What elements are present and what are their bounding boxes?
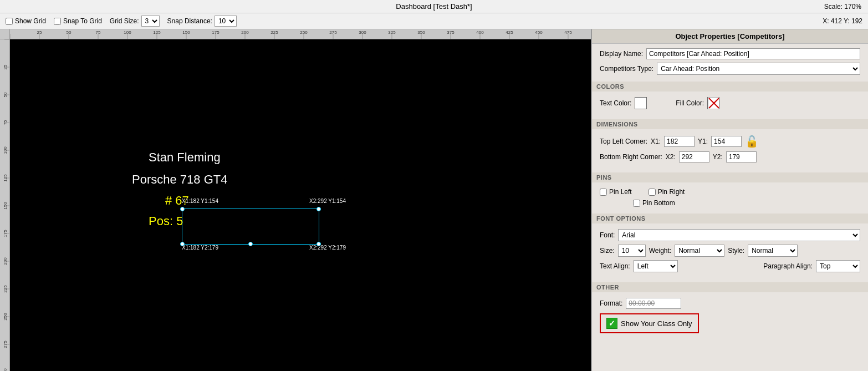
svg-text:450: 450	[535, 30, 543, 35]
x2-input[interactable]	[679, 151, 709, 162]
style-select[interactable]: Normal	[748, 245, 798, 257]
main-area: // tick marks rendered via JS below 2550…	[0, 29, 868, 371]
svg-text:100: 100	[124, 30, 131, 35]
grid-size-item: Grid Size: 3	[110, 16, 160, 27]
size-select[interactable]: 10	[618, 245, 646, 257]
toolbar: Show Grid Snap To Grid Grid Size: 3 Snap…	[0, 13, 868, 29]
svg-text:75: 75	[3, 120, 8, 125]
pin-left-checkbox[interactable]	[600, 189, 607, 196]
title-bar: Dashboard [Test Dash*] Scale: 170%	[0, 0, 868, 13]
display-name-input[interactable]	[646, 48, 860, 59]
canvas-driver-name: Stan Fleming	[149, 150, 221, 165]
svg-text:150: 150	[182, 30, 190, 35]
svg-text:325: 325	[388, 30, 396, 35]
pin-left-label: Pin Left	[609, 188, 632, 196]
pin-right-item[interactable]: Pin Right	[649, 188, 685, 196]
svg-text:125: 125	[3, 174, 8, 182]
top-left-label: Top Left Corner:	[600, 138, 647, 145]
svg-text:425: 425	[506, 30, 513, 35]
snap-distance-item: Snap Distance: 10	[167, 16, 237, 27]
svg-text:125: 125	[153, 30, 161, 35]
pin-right-checkbox[interactable]	[649, 189, 656, 196]
size-label: Size:	[600, 247, 615, 255]
canvas[interactable]: Stan Fleming Porsche 718 GT4 # 67 Pos: 5…	[10, 39, 591, 371]
snap-distance-label: Snap Distance:	[167, 17, 212, 25]
paragraph-align-select[interactable]: Top	[816, 260, 860, 272]
canvas-with-ruler: 255075100125150175200225250275300 Stan F…	[0, 39, 591, 371]
pin-left-item[interactable]: Pin Left	[600, 188, 632, 196]
canvas-area: // tick marks rendered via JS below 2550…	[0, 29, 591, 371]
coordinates-display: X: 412 Y: 192	[823, 17, 862, 25]
svg-text:150: 150	[3, 202, 8, 210]
text-color-swatch[interactable]	[635, 97, 647, 109]
handle-top-left[interactable]	[180, 207, 185, 211]
snap-to-grid-checkbox[interactable]	[54, 18, 61, 25]
pin-right-label: Pin Right	[658, 188, 685, 196]
y2-label: Y2:	[713, 153, 723, 161]
dimensions-section-header: DIMENSIONS	[592, 119, 868, 129]
competitors-type-select[interactable]: Car Ahead: Position	[657, 63, 860, 75]
grid-size-label: Grid Size:	[110, 17, 139, 25]
svg-text:100: 100	[3, 146, 8, 154]
x1-input[interactable]	[664, 136, 695, 147]
pin-bottom-checkbox[interactable]	[633, 200, 640, 207]
y1-input[interactable]	[711, 136, 742, 147]
text-align-label: Text Align:	[600, 262, 630, 270]
svg-text:50: 50	[67, 30, 72, 35]
svg-text:275: 275	[329, 30, 337, 35]
pin-bottom-label: Pin Bottom	[642, 199, 675, 207]
handle-top-right[interactable]	[316, 207, 321, 211]
text-align-select[interactable]: Left	[634, 260, 678, 272]
lock-icon[interactable]: 🔓	[745, 135, 759, 148]
show-grid-checkbox[interactable]	[6, 18, 13, 25]
font-options-section-header: FONT OPTIONS	[592, 214, 868, 223]
pin-bottom-item[interactable]: Pin Bottom	[633, 199, 675, 207]
grid-size-select[interactable]: 3	[141, 16, 160, 27]
paragraph-align-label: Paragraph Align:	[763, 262, 813, 270]
canvas-car-name: Porsche 718 GT4	[132, 172, 227, 187]
svg-text:300: 300	[3, 368, 8, 371]
colors-section-header: COLORS	[592, 82, 868, 92]
svg-text:25: 25	[3, 64, 8, 69]
show-grid-item[interactable]: Show Grid	[6, 17, 46, 25]
handle-bottom-left[interactable]	[180, 242, 185, 246]
bottom-right-label: Bottom Right Corner:	[600, 153, 662, 161]
text-color-label: Text Color:	[600, 99, 631, 107]
fill-color-swatch[interactable]	[707, 97, 719, 109]
x1-label: X1:	[651, 138, 661, 145]
svg-text:275: 275	[3, 340, 8, 348]
style-label: Style:	[728, 247, 744, 255]
corner-label-tr: X2:292 Y1:154	[309, 198, 346, 204]
show-class-container[interactable]: Show Your Class Only	[600, 313, 699, 333]
svg-text:50: 50	[3, 92, 8, 97]
corner-label-bl: X1:182 Y2:179	[182, 245, 218, 251]
other-section: Format: Show Your Class Only	[592, 294, 868, 337]
show-class-checkbox[interactable]	[606, 318, 617, 329]
svg-text:250: 250	[3, 313, 8, 321]
handle-bottom-center[interactable]	[248, 242, 253, 246]
font-label: Font:	[600, 231, 615, 239]
corner-label-tl: X1:182 Y1:154	[182, 198, 218, 204]
format-input[interactable]	[626, 298, 681, 309]
svg-text:175: 175	[212, 30, 219, 35]
weight-select[interactable]: Normal	[675, 245, 724, 257]
corner-label-br: X2:292 Y2:179	[309, 245, 346, 251]
svg-text:350: 350	[417, 30, 425, 35]
competitors-type-label: Competitors Type:	[600, 65, 653, 73]
show-grid-label: Show Grid	[15, 17, 46, 25]
y2-input[interactable]	[726, 151, 757, 162]
font-select[interactable]: Arial	[618, 229, 860, 241]
snap-distance-select[interactable]: 10	[215, 16, 237, 27]
x2-label: X2:	[666, 153, 676, 161]
svg-text:75: 75	[96, 30, 101, 35]
svg-text:475: 475	[564, 30, 572, 35]
canvas-position: Pos: 5	[149, 214, 183, 228]
svg-text:175: 175	[3, 230, 8, 237]
selection-box[interactable]	[182, 209, 319, 245]
ruler-left: 255075100125150175200225250275300	[0, 39, 10, 371]
snap-to-grid-item[interactable]: Snap To Grid	[54, 17, 102, 25]
svg-text:250: 250	[300, 30, 308, 35]
handle-bottom-right[interactable]	[316, 242, 321, 246]
svg-text:225: 225	[270, 30, 278, 35]
svg-text:375: 375	[447, 30, 455, 35]
